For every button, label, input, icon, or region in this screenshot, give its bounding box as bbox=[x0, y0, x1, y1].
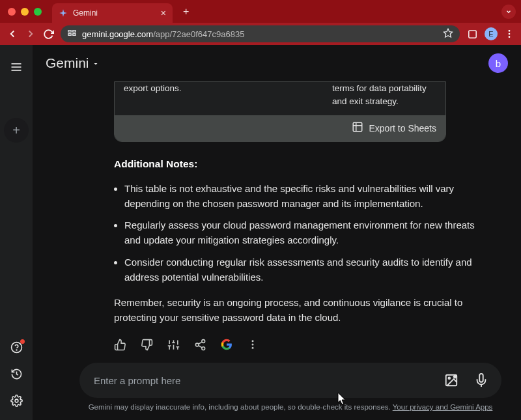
settings-button[interactable] bbox=[10, 395, 23, 410]
prompt-input[interactable] bbox=[94, 375, 434, 386]
new-tab-button[interactable]: + bbox=[183, 6, 189, 18]
tab-title: Gemini bbox=[73, 8, 156, 18]
table-cell: terms for data portability and exit stra… bbox=[330, 82, 445, 115]
browser-tab[interactable]: Gemini × bbox=[52, 3, 173, 23]
svg-point-32 bbox=[252, 340, 254, 342]
prompt-bar[interactable] bbox=[79, 363, 501, 398]
bookmark-star-icon[interactable] bbox=[443, 28, 453, 40]
maximize-window-button[interactable] bbox=[34, 8, 42, 16]
svg-point-7 bbox=[509, 33, 511, 35]
activity-button[interactable] bbox=[10, 368, 23, 383]
menu-toggle-button[interactable] bbox=[6, 57, 27, 80]
response-actions bbox=[114, 339, 495, 351]
brand-dropdown[interactable]: Gemini bbox=[46, 55, 100, 71]
table-row: export options. terms for data portabili… bbox=[115, 82, 445, 115]
svg-line-30 bbox=[199, 345, 202, 347]
chevron-down-icon bbox=[92, 60, 100, 68]
svg-rect-5 bbox=[468, 30, 475, 37]
browser-toolbar: gemini.google.com/app/72ae0f647c9a6835 E bbox=[0, 23, 521, 45]
notes-heading: Additional Notes: bbox=[114, 156, 479, 172]
svg-point-13 bbox=[16, 350, 17, 350]
back-button[interactable] bbox=[7, 28, 18, 40]
svg-point-36 bbox=[448, 377, 450, 379]
url-text: gemini.google.com/app/72ae0f647c9a6835 bbox=[82, 29, 244, 39]
new-chat-button[interactable]: + bbox=[4, 118, 29, 143]
thumbs-down-button[interactable] bbox=[141, 339, 153, 351]
export-to-sheets-button[interactable]: Export to Sheets bbox=[115, 115, 445, 141]
browser-profile-avatar[interactable]: E bbox=[485, 27, 498, 40]
prompt-zone: Gemini may display inaccurate info, incl… bbox=[79, 363, 501, 411]
minimize-window-button[interactable] bbox=[21, 8, 29, 16]
user-avatar[interactable]: b bbox=[488, 53, 508, 73]
google-icon bbox=[221, 339, 232, 350]
svg-rect-3 bbox=[73, 34, 76, 36]
disclaimer: Gemini may display inaccurate info, incl… bbox=[79, 403, 501, 411]
reload-button[interactable] bbox=[43, 29, 54, 40]
svg-marker-4 bbox=[444, 29, 452, 37]
svg-point-8 bbox=[509, 36, 511, 38]
table-cell bbox=[271, 82, 330, 115]
svg-rect-0 bbox=[68, 31, 71, 33]
svg-point-29 bbox=[202, 346, 205, 350]
window-controls bbox=[8, 8, 42, 16]
forward-button[interactable] bbox=[25, 28, 36, 40]
site-settings-icon[interactable] bbox=[67, 28, 77, 40]
thumbs-up-button[interactable] bbox=[114, 339, 126, 351]
browser-tabstrip: Gemini × + bbox=[0, 0, 521, 23]
left-rail: + bbox=[0, 45, 33, 420]
brand-label: Gemini bbox=[46, 55, 89, 71]
tab-search-button[interactable] bbox=[501, 5, 516, 19]
svg-point-33 bbox=[252, 344, 254, 346]
additional-notes: Additional Notes: This table is not exha… bbox=[114, 156, 479, 326]
list-item: This table is not exhaustive and the spe… bbox=[124, 181, 479, 212]
svg-rect-15 bbox=[354, 122, 363, 132]
response-table: export options. terms for data portabili… bbox=[114, 81, 446, 142]
svg-rect-1 bbox=[73, 31, 76, 33]
disclaimer-text: Gemini may display inaccurate info, incl… bbox=[89, 403, 393, 411]
close-window-button[interactable] bbox=[8, 8, 16, 16]
privacy-link[interactable]: Your privacy and Gemini Apps bbox=[393, 403, 493, 411]
svg-point-27 bbox=[202, 339, 205, 343]
sheets-icon bbox=[352, 121, 363, 135]
gemini-favicon-icon bbox=[59, 8, 68, 18]
modify-response-button[interactable] bbox=[167, 339, 180, 351]
export-label: Export to Sheets bbox=[369, 123, 436, 133]
svg-point-14 bbox=[15, 399, 18, 402]
notification-dot-icon bbox=[20, 339, 25, 344]
closing-paragraph: Remember, security is an ongoing process… bbox=[114, 295, 479, 326]
upload-image-button[interactable] bbox=[439, 368, 464, 393]
app-topbar: Gemini b bbox=[33, 45, 521, 81]
svg-point-6 bbox=[509, 30, 511, 32]
list-item: Consider conducting regular risk assessm… bbox=[124, 255, 479, 285]
voice-input-button[interactable] bbox=[469, 368, 494, 393]
help-button[interactable] bbox=[10, 341, 23, 356]
share-button[interactable] bbox=[194, 339, 206, 351]
more-actions-button[interactable] bbox=[247, 339, 259, 350]
svg-point-28 bbox=[195, 343, 199, 346]
browser-menu-button[interactable] bbox=[504, 29, 514, 39]
google-it-button[interactable] bbox=[221, 339, 232, 350]
gemini-app: + Gemini b ex bbox=[0, 45, 521, 420]
address-bar[interactable]: gemini.google.com/app/72ae0f647c9a6835 bbox=[61, 25, 460, 42]
svg-rect-2 bbox=[68, 34, 71, 36]
extensions-icon[interactable] bbox=[466, 28, 478, 40]
list-item: Regularly assess your cloud password man… bbox=[124, 217, 479, 248]
close-tab-button[interactable]: × bbox=[161, 8, 166, 18]
table-cell: export options. bbox=[115, 82, 271, 115]
main-area: Gemini b export options. terms for data … bbox=[33, 45, 521, 420]
svg-line-31 bbox=[199, 342, 202, 344]
svg-point-34 bbox=[252, 347, 254, 349]
notes-list: This table is not exhaustive and the spe… bbox=[114, 181, 479, 285]
